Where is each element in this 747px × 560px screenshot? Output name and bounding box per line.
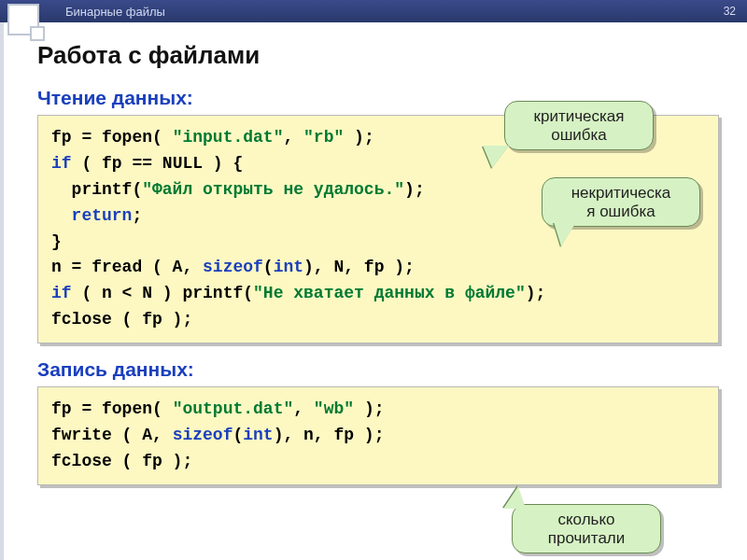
callout-critical-error: критическая ошибка (504, 101, 654, 150)
slide-left-edge (0, 22, 4, 560)
page-number: 32 (724, 5, 736, 18)
slide-topbar: Бинарные файлы 32 (0, 0, 747, 22)
slide-body: Работа с файлами Чтение данных: fp = fop… (0, 22, 747, 495)
callout-tail-icon (503, 486, 526, 509)
callout-tail-icon (554, 222, 576, 246)
callout-tail-icon (483, 146, 509, 168)
callout-text: сколько прочитали (548, 511, 626, 547)
topbar-title: Бинарные файлы (65, 5, 165, 19)
corner-decoration (7, 4, 59, 41)
page-title: Работа с файлами (37, 41, 719, 70)
code-text: fp = fopen( "output.dat", "wb" ); fwrite… (51, 399, 384, 470)
code-block-write: fp = fopen( "output.dat", "wb" ); fwrite… (37, 386, 719, 485)
callout-text: критическая ошибка (534, 107, 625, 144)
callout-how-many-read: сколько прочитали (512, 504, 661, 553)
callout-noncritical-error: некритическа я ошибка (542, 177, 700, 227)
code-text: fp = fopen( "input.dat", "rb" ); if ( fp… (51, 128, 545, 329)
callout-text: некритическа я ошибка (571, 184, 671, 220)
section-write-heading: Запись данных: (37, 358, 719, 381)
